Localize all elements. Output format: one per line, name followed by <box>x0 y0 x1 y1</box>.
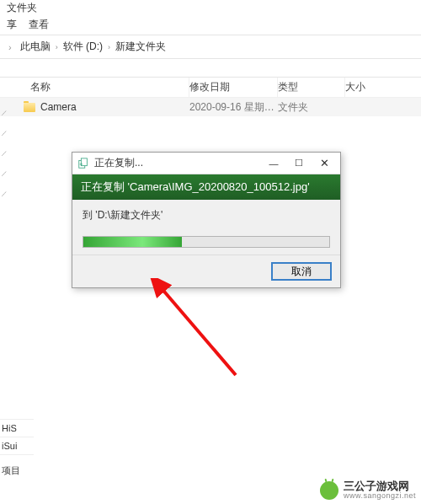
menu-view[interactable]: 查看 <box>29 18 49 32</box>
list-header: 名称 修改日期 类型 大小 <box>0 78 421 98</box>
window-title-fragment: 文件夹 <box>0 0 421 15</box>
toolbar-strip <box>0 59 421 78</box>
chevron-right-icon: › <box>108 43 110 51</box>
status-items: 项目 <box>0 461 22 480</box>
pin-icon: ⟋ <box>0 169 8 177</box>
sidebar-item[interactable]: iSui <box>0 437 34 455</box>
progress-bar <box>83 236 330 248</box>
minimize-button[interactable]: — <box>261 155 286 172</box>
pin-icon: ⟋ <box>0 128 8 137</box>
cancel-button[interactable]: 取消 <box>271 262 332 281</box>
crumb-folder[interactable]: 新建文件夹 <box>115 40 166 54</box>
watermark-url: www.sangongzi.net <box>344 492 416 501</box>
row-date: 2020-09-16 星期… <box>189 100 278 115</box>
dialog-footer: 取消 <box>72 255 340 287</box>
android-icon <box>320 481 338 500</box>
sidebar-bottom: HiS iSui <box>0 419 34 455</box>
crumb-drive[interactable]: 软件 (D:) <box>63 40 103 54</box>
copy-pages-icon <box>77 158 89 169</box>
dialog-title: 正在复制... <box>94 156 261 170</box>
menu-share[interactable]: 享 <box>7 18 17 32</box>
crumb-pc[interactable]: 此电脑 <box>20 40 51 54</box>
sidebar-pins: ⟋ ⟋ ⟋ ⟋ ⟋ <box>0 101 12 197</box>
column-date[interactable]: 修改日期 <box>189 78 278 97</box>
window-buttons: — ☐ ✕ <box>261 155 337 172</box>
folder-icon <box>24 103 35 112</box>
pin-icon: ⟋ <box>0 148 8 157</box>
menubar: 享 查看 <box>0 15 421 35</box>
sidebar-item[interactable]: HiS <box>0 419 34 437</box>
pin-icon: ⟋ <box>0 108 8 116</box>
window-title-text: 文件夹 <box>7 1 37 15</box>
svg-line-2 <box>160 287 236 375</box>
watermark-name: 三公子游戏网 <box>344 480 416 492</box>
nav-arrows: › <box>8 42 12 52</box>
maximize-button[interactable]: ☐ <box>286 155 312 172</box>
column-size[interactable]: 大小 <box>345 78 396 97</box>
copy-dialog: 正在复制... — ☐ ✕ 正在复制 'Camera\IMG_20200820_… <box>72 152 341 288</box>
chevron-right-icon: › <box>56 43 58 51</box>
dialog-headline: 正在复制 'Camera\IMG_20200820_100512.jpg' <box>72 174 340 200</box>
table-row[interactable]: Camera 2020-09-16 星期… 文件夹 <box>0 98 421 116</box>
watermark: 三公子游戏网 www.sangongzi.net <box>320 480 416 501</box>
pin-icon: ⟋ <box>0 189 8 197</box>
breadcrumb[interactable]: › 此电脑 › 软件 (D:) › 新建文件夹 <box>0 35 421 59</box>
close-button[interactable]: ✕ <box>312 155 337 172</box>
progress-fill <box>83 237 182 247</box>
column-type[interactable]: 类型 <box>278 78 345 97</box>
dialog-body: 到 'D:\新建文件夹' <box>72 200 340 255</box>
dialog-destination: 到 'D:\新建文件夹' <box>83 208 330 223</box>
column-name[interactable]: 名称 <box>0 78 189 97</box>
dialog-titlebar[interactable]: 正在复制... — ☐ ✕ <box>72 153 340 174</box>
annotation-arrow <box>143 278 244 379</box>
chevron-right-icon: › <box>8 42 12 52</box>
row-name: Camera <box>40 101 77 113</box>
row-type: 文件夹 <box>278 100 345 115</box>
